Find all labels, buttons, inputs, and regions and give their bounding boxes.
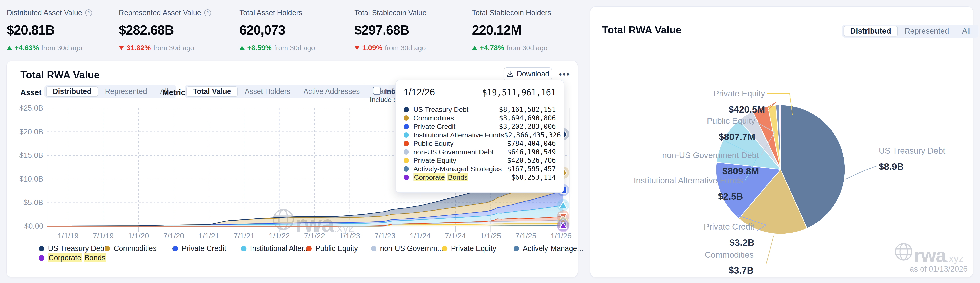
series-value: $3,694,690,806 [499, 114, 556, 122]
stat-total-stablecoin-value: Total Stablecoin Value $297.68B 1.09% fr… [354, 9, 460, 52]
series-name: Institutional Alternative Funds [414, 131, 504, 139]
series-value: $646,190,549 [507, 148, 556, 156]
legend-item-institutional-alternative-funds[interactable]: Institutional Alter... [241, 244, 310, 253]
tooltip-row-institutional-alternative-funds: Institutional Alternative Funds $2,366,4… [404, 131, 556, 140]
tab-distributed[interactable]: Distributed [844, 26, 898, 36]
download-button[interactable]: Download [504, 67, 552, 80]
legend-item-us-treasury-debt[interactable]: US Treasury Debt [39, 244, 107, 253]
legend-item-commodities[interactable]: Commodities [105, 244, 157, 253]
watermark-tld: .xyz [946, 253, 964, 264]
include-stablecoins-checkbox[interactable] [373, 87, 381, 95]
legend-item-private-credit[interactable]: Private Credit [172, 244, 226, 253]
stat-value: $20.81B [7, 22, 113, 38]
series-name: Commodities [414, 114, 499, 122]
as-of-date: as of 01/13/2026 [884, 265, 967, 273]
tooltip-row-public-equity: Public Equity $784,404,046 [404, 139, 556, 148]
arrow-up-icon [472, 46, 477, 50]
stat-label: Total Stablecoin Holders [472, 9, 578, 17]
tooltip-total-value: $19,511,961,161 [482, 88, 556, 97]
stat-delta: 1.09% from 30d ago [354, 44, 460, 52]
stat-value: $297.68B [354, 22, 460, 38]
series-name: Corporate Bonds [414, 173, 511, 181]
stat-label: Represented Asset Value? [119, 9, 225, 17]
tooltip-row-private-equity: Private Equity $420,526,706 [404, 156, 556, 165]
legend-item-public-equity[interactable]: Public Equity [306, 244, 358, 253]
tab-total-value[interactable]: Total Value [186, 86, 238, 97]
controls-divider [153, 84, 153, 99]
legend-item-private-equity[interactable]: Private Equity [442, 244, 496, 253]
legend-item-corporate-bonds[interactable]: Corporate Bonds [39, 254, 106, 262]
controls-divider-2 [364, 84, 365, 99]
series-value: $68,253,114 [511, 173, 556, 181]
watermark-brand: rwa [914, 244, 946, 267]
series-value: $167,595,457 [507, 165, 556, 173]
stat-label: Distributed Asset Value? [7, 9, 113, 17]
series-dot [404, 175, 409, 180]
stat-delta: +8.59% from 30d ago [239, 44, 345, 52]
arrow-down-icon [354, 46, 360, 50]
tooltip-header: 1/12/26 $19,511,961,161 [396, 80, 563, 102]
series-value: $2,366,435,326 [504, 131, 561, 139]
series-name: non-US Government Debt [414, 148, 507, 156]
series-value: $784,404,046 [507, 140, 556, 148]
tab-all[interactable]: All [956, 26, 977, 36]
legend-label: Institutional Alter... [250, 244, 310, 253]
series-dot [404, 132, 409, 138]
legend-dot [442, 246, 447, 251]
legend-label: US Treasury Debt [48, 244, 107, 253]
series-name: Public Equity [414, 140, 507, 148]
stat-delta: +4.78% from 30d ago [472, 44, 578, 52]
stat-distributed-asset-value: Distributed Asset Value? $20.81B +4.63% … [7, 9, 113, 52]
legend-item-non-us-government-debt[interactable]: non-US Governm... [371, 244, 443, 253]
tab-active-addresses[interactable]: Active Addresses [297, 86, 366, 97]
help-icon[interactable]: ? [85, 10, 92, 16]
dashboard-page: Distributed Asset Value? $20.81B +4.63% … [0, 0, 980, 283]
legend-item-actively-managed-strategies[interactable]: Actively-Manage... [514, 244, 583, 253]
tab-represented[interactable]: Represented [99, 86, 153, 97]
legend-dot [514, 246, 519, 251]
legend-label: Private Credit [182, 244, 226, 253]
download-label: Download [517, 70, 549, 78]
help-icon[interactable]: ? [204, 10, 211, 16]
rwa-xyz-watermark: rwa.xyz [271, 207, 354, 237]
series-name: US Treasury Debt [414, 106, 499, 113]
tooltip-row-corporate-bonds: Corporate Bonds $68,253,114 [404, 173, 556, 182]
legend-dot [105, 246, 110, 251]
series-name: Private Credit [414, 122, 499, 130]
series-dot [404, 158, 409, 163]
legend-label: Private Equity [451, 244, 496, 253]
tooltip-rows: US Treasury Debt $8,161,582,151 Commodit… [396, 102, 563, 183]
tooltip-row-actively-managed-strategies: Actively-Managed Strategies $167,595,457 [404, 165, 556, 173]
overflow-menu-button[interactable]: ••• [557, 68, 573, 80]
series-dot [404, 141, 409, 146]
legend-dot [371, 246, 376, 251]
series-dot [404, 149, 409, 154]
tab-represented[interactable]: Represented [899, 26, 955, 36]
tooltip-row-non-us-government-debt: non-US Government Debt $646,190,549 [404, 148, 556, 156]
tooltip-date: 1/12/26 [404, 87, 435, 98]
left-chart-title: Total RWA Value [21, 69, 100, 81]
tooltip-row-commodities: Commodities $3,694,690,806 [404, 114, 556, 122]
series-name: Actively-Managed Strategies [414, 165, 507, 173]
legend-dot [306, 246, 312, 251]
series-dot [404, 124, 409, 129]
legend-label: Public Equity [315, 244, 358, 253]
watermark-brand: rwa [296, 211, 334, 237]
stat-label: Total Asset Holders [239, 9, 345, 17]
legend-label: Actively-Manage... [523, 244, 583, 253]
arrow-up-icon [239, 46, 245, 50]
pie-chart-title: Total RWA Value [602, 24, 681, 36]
series-dot [404, 115, 409, 121]
legend-dot [39, 255, 44, 261]
watermark-tld: .xyz [334, 221, 354, 234]
tab-asset-holders[interactable]: Asset Holders [239, 86, 296, 97]
stat-value: 620,073 [239, 22, 345, 38]
globe-icon [894, 242, 914, 262]
asset-type-segmented-control: DistributedRepresentedAll [45, 85, 176, 98]
metric-label: Metric [162, 88, 185, 97]
stat-value: $282.68B [119, 22, 225, 38]
tab-distributed[interactable]: Distributed [46, 86, 98, 97]
pie-view-segmented-control: DistributedRepresentedAll [842, 24, 978, 38]
series-name: Private Equity [414, 156, 507, 164]
legend-dot [172, 246, 178, 251]
